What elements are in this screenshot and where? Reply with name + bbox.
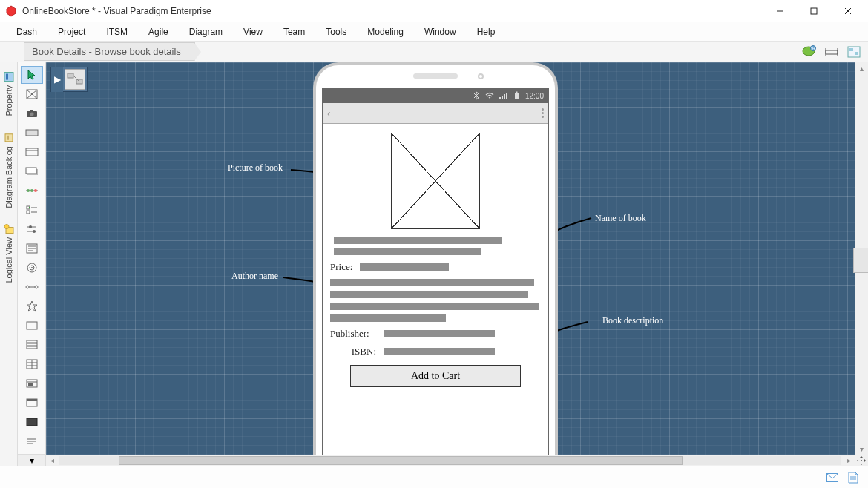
target-tool-icon[interactable] [21,259,43,277]
menu-itsm[interactable]: ITSM [96,24,138,40]
scrollbar-thumb[interactable] [119,456,683,465]
app-icon [4,4,18,18]
svg-rect-31 [26,168,36,174]
svg-point-33 [27,189,30,192]
svg-point-81 [861,460,862,461]
svg-rect-76 [502,96,503,99]
status-bar [0,466,868,488]
form-tool-icon[interactable] [21,240,43,257]
svg-rect-27 [26,130,38,136]
pan-icon[interactable] [855,455,868,466]
svg-rect-56 [27,340,37,343]
rect-tool-icon[interactable] [21,317,43,334]
vertical-scrollbar[interactable]: ▴ ▾ [855,62,868,455]
timeline-tool-icon[interactable] [21,182,43,200]
star-tool-icon[interactable] [21,297,43,315]
annotation-author-label: Author name [231,271,278,282]
palette-scroll-down-icon[interactable]: ▾ [18,454,46,466]
menu-agile[interactable]: Agile [138,24,179,40]
annotation-name-label: Name of book [595,213,646,224]
svg-rect-75 [499,97,501,99]
scroll-right-icon[interactable]: ▸ [843,456,855,464]
note-icon[interactable] [847,472,859,484]
sliders-tool-icon[interactable] [21,220,43,238]
horizontal-scrollbar[interactable]: ◂ ▸ [46,455,855,466]
measure-icon[interactable] [822,43,841,61]
book-name-placeholder [334,237,502,244]
minimize-button[interactable] [763,0,797,22]
image-placeholder-icon[interactable] [21,85,43,103]
kebab-menu-icon[interactable] [542,108,544,118]
panel-shadow-tool-icon[interactable] [21,162,43,180]
scroll-up-icon[interactable]: ▴ [855,62,868,74]
phone-time: 12:00 [525,92,544,100]
svg-rect-12 [849,48,853,51]
tab-diagram-backlog[interactable]: Diagram Backlog [1,126,16,215]
play-icon[interactable]: ▶ [51,67,63,92]
phone-camera-icon [478,73,484,79]
diagram-canvas[interactable]: ▶ Picture of book Name of book Author na… [46,62,855,455]
tab-property[interactable]: Property [1,65,16,123]
menu-help[interactable]: Help [467,24,506,40]
panel-tool-icon[interactable] [21,143,43,161]
checklist-tool-icon[interactable] [21,201,43,219]
breadcrumb-item[interactable]: Book Details - Browse book details [24,42,195,61]
phone-statusbar: 12:00 [323,88,548,103]
phone-appbar: ‹ [323,103,548,124]
svg-rect-58 [27,346,37,349]
svg-marker-0 [7,6,16,16]
maximize-button[interactable] [797,0,831,22]
stack-cols-tool-icon[interactable] [21,355,43,373]
tab-logical-view[interactable]: Logical View [1,217,16,290]
menu-team[interactable]: Team [273,24,315,40]
svg-rect-2 [811,8,817,14]
svg-rect-72 [68,73,73,78]
cursor-tool-icon[interactable] [21,66,43,84]
menu-diagram[interactable]: Diagram [179,24,233,40]
window-tool-icon[interactable] [21,394,43,412]
phone-speaker-icon [413,73,458,79]
image-frame-tool-icon[interactable] [21,413,43,431]
stack-rows-tool-icon[interactable] [21,336,43,354]
svg-rect-26 [30,110,33,112]
svg-rect-38 [27,211,30,214]
menu-view[interactable]: View [233,24,273,40]
diagram-navigator-chip[interactable]: ▶ [50,67,88,92]
menu-modeling[interactable]: Modeling [357,24,414,40]
connector-tool-icon[interactable] [21,278,43,296]
speech-bubble-icon[interactable]: 9+ [800,43,819,61]
svg-rect-77 [504,94,505,99]
phone-mockup[interactable]: 12:00 ‹ Price: [313,62,558,455]
panel-expand-grip[interactable] [853,248,868,273]
scroll-left-icon[interactable]: ◂ [46,456,58,464]
menu-dash[interactable]: Dash [6,24,47,40]
menu-tools[interactable]: Tools [315,24,357,40]
camera-icon[interactable] [21,105,43,122]
battery-icon [512,91,521,100]
wifi-icon [485,91,494,100]
back-chevron-icon[interactable]: ‹ [327,108,331,119]
scroll-down-icon[interactable]: ▾ [855,443,868,455]
grid-rect-tool-icon[interactable] [21,375,43,392]
menu-project[interactable]: Project [47,24,96,40]
frame-tool-icon[interactable] [21,124,43,142]
signal-icon [499,91,507,100]
tool-palette: ▾ [18,62,46,466]
more-tools-icon[interactable] [21,432,43,450]
isbn-label: ISBN: [330,346,376,357]
price-label: Price: [330,261,352,273]
svg-rect-8 [826,50,838,54]
svg-text:9+: 9+ [811,46,815,50]
svg-rect-80 [516,92,517,93]
mail-icon[interactable] [826,472,838,484]
menu-bar: Dash Project ITSM Agile Diagram View Tea… [0,22,868,42]
book-picture-placeholder [391,133,480,229]
switch-diagram-icon[interactable] [844,43,864,61]
svg-rect-57 [27,343,37,346]
close-button[interactable] [831,0,865,22]
menu-window[interactable]: Window [414,24,467,40]
svg-point-34 [30,189,33,192]
svg-point-41 [29,225,32,228]
add-to-cart-button[interactable]: Add to Cart [350,365,521,387]
svg-rect-28 [26,148,38,156]
